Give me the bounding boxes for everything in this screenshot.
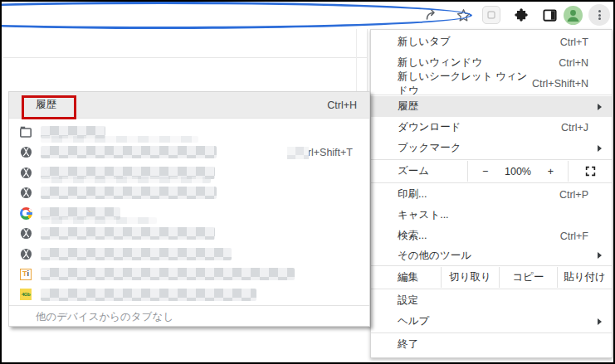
history-item[interactable] (9, 183, 369, 204)
menu-separator (371, 159, 612, 160)
google-favicon (19, 206, 32, 220)
menu-item-shortcut: Ctrl+P (559, 189, 588, 201)
fullscreen-icon (585, 166, 596, 177)
zoom-out-button[interactable]: − (482, 166, 488, 177)
menu-item-new-incognito-window[interactable]: 新しいシークレット ウィンドウ Ctrl+Shift+N (371, 73, 612, 94)
menu-item-shortcut: Ctrl+F (560, 231, 588, 242)
redacted-text (41, 248, 232, 260)
history-item[interactable]: Ti (9, 265, 369, 285)
menu-item-label: 検索... (398, 229, 427, 243)
submenu-arrow-icon (598, 145, 602, 152)
menu-separator (371, 265, 612, 266)
globe-icon (19, 227, 32, 240)
menu-item-label: 履歴 (398, 99, 418, 114)
profile-avatar[interactable] (564, 6, 583, 25)
no-tabs-from-other-devices-label: 他のデバイスからのタブなし (9, 305, 369, 328)
menu-separator (371, 332, 612, 333)
redacted-text (41, 187, 217, 199)
menu-separator (371, 182, 612, 183)
zoom-label: ズーム (371, 161, 467, 182)
bookmark-star-icon[interactable] (452, 4, 474, 26)
extension-disabled-icon[interactable] (482, 6, 500, 24)
redacted-text (41, 146, 217, 158)
menu-item-label: 印刷... (398, 187, 427, 201)
submenu-title: 履歴 (36, 98, 56, 112)
zoom-in-button[interactable]: + (548, 166, 554, 177)
chrome-main-menu: 新しいタブ Ctrl+T 新しいウィンドウ Ctrl+N 新しいシークレット ウ… (370, 29, 613, 358)
history-item[interactable]: 4Gb (9, 284, 369, 305)
history-item[interactable] (9, 203, 369, 224)
menu-item-history[interactable]: 履歴 (371, 96, 612, 117)
menu-item-exit[interactable]: 終了 (371, 334, 612, 355)
menu-item-label: 新しいウィンドウ (398, 56, 482, 70)
menu-item-find[interactable]: 検索... Ctrl+F (371, 226, 612, 246)
menu-item-shortcut: Ctrl+T (560, 36, 588, 48)
browser-window: 新しいタブ Ctrl+T 新しいウィンドウ Ctrl+N 新しいシークレット ウ… (0, 0, 615, 364)
menu-item-label: 新しいタブ (398, 35, 451, 49)
history-item[interactable] (9, 244, 369, 265)
menu-edit-row: 編集 切り取り コピー 貼り付け (371, 267, 612, 288)
page-divider-line (356, 29, 357, 91)
menu-item-downloads[interactable]: ダウンロード Ctrl+J (371, 117, 612, 138)
submenu-title-shortcut: Ctrl+H (327, 99, 357, 111)
fullscreen-button[interactable] (569, 161, 612, 182)
menu-item-label: ダウンロード (398, 120, 461, 134)
menu-item-cast[interactable]: キャスト... (371, 205, 612, 226)
menu-separator (371, 289, 612, 289)
restore-tab-icon (19, 125, 32, 138)
menu-item-settings[interactable]: 設定 (371, 290, 612, 311)
submenu-arrow-icon (598, 104, 602, 110)
menu-item-label: 終了 (398, 337, 418, 352)
history-item[interactable]: Ctrl+Shift+T (9, 143, 369, 163)
menu-zoom-row: ズーム − 100% + (371, 161, 612, 182)
history-item[interactable] (9, 163, 369, 183)
menu-item-shortcut: Ctrl+J (561, 122, 588, 133)
zoom-level-value: 100% (505, 166, 531, 177)
history-submenu: 履歴 Ctrl+H Ctrl+Shift+T (8, 91, 370, 327)
history-item-restore-tab[interactable] (9, 122, 369, 143)
edit-label: 編集 (371, 267, 441, 288)
submenu-item-history-page[interactable]: 履歴 Ctrl+H (9, 92, 369, 118)
submenu-arrow-icon (598, 252, 602, 259)
menu-item-label: 設定 (398, 294, 418, 308)
copy-button[interactable]: コピー (499, 267, 557, 288)
menu-item-new-tab[interactable]: 新しいタブ Ctrl+T (371, 32, 612, 52)
browser-toolbar (2, 2, 613, 27)
footer-label: 他のデバイスからのタブなし (36, 310, 173, 324)
globe-icon (19, 187, 32, 200)
redacted-text (41, 268, 295, 280)
ti-favicon: Ti (19, 268, 32, 281)
menu-item-label: 新しいシークレット ウィンドウ (398, 70, 532, 98)
side-panel-icon[interactable] (539, 4, 560, 26)
menu-item-label: ブックマーク (398, 141, 461, 155)
redacted-text (41, 227, 215, 240)
menu-separator (371, 95, 612, 95)
menu-dots-icon[interactable] (588, 4, 610, 26)
menu-item-shortcut: Ctrl+Shift+N (532, 78, 588, 90)
history-item-list: Ctrl+Shift+T (9, 119, 369, 305)
history-item[interactable] (9, 224, 369, 245)
yellow-favicon: 4Gb (19, 288, 32, 301)
menu-item-print[interactable]: 印刷... Ctrl+P (371, 184, 612, 205)
redacted-text (41, 289, 256, 301)
menu-item-shortcut: Ctrl+N (559, 57, 588, 69)
paste-button[interactable]: 貼り付け (557, 267, 612, 288)
submenu-arrow-icon (598, 318, 602, 325)
menu-item-label: ヘルプ (398, 314, 429, 328)
extensions-puzzle-icon[interactable] (510, 4, 531, 26)
page-divider-line (3, 57, 367, 58)
cut-button[interactable]: 切り取り (441, 267, 499, 288)
menu-item-more-tools[interactable]: その他のツール (371, 246, 612, 265)
menu-item-label: キャスト... (398, 208, 449, 222)
redacted-text (287, 147, 309, 159)
zoom-controls: − 100% + (467, 161, 569, 182)
menu-item-label: その他のツール (398, 249, 471, 263)
menu-item-bookmarks[interactable]: ブックマーク (371, 138, 612, 158)
share-icon[interactable] (421, 4, 442, 26)
menu-item-help[interactable]: ヘルプ (371, 311, 612, 332)
globe-icon (19, 247, 32, 260)
globe-icon (19, 166, 32, 179)
page-divider-line (367, 29, 368, 91)
globe-icon (19, 146, 32, 159)
